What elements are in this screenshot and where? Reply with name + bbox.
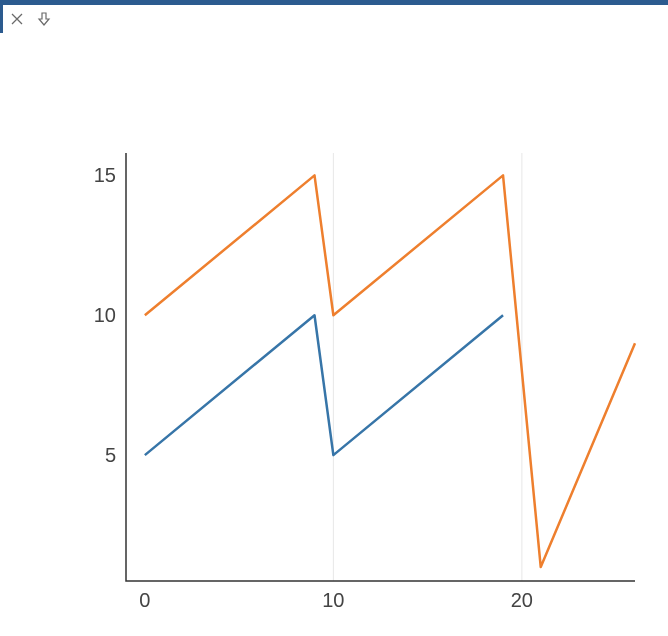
chart: 5101501020 <box>0 33 668 636</box>
y-tick-label: 15 <box>94 164 116 186</box>
y-tick-label: 10 <box>94 304 116 326</box>
chart-svg: 5101501020 <box>0 33 668 636</box>
x-tick-label: 0 <box>139 589 150 611</box>
series-series-b <box>145 175 635 567</box>
x-tick-label: 20 <box>511 589 533 611</box>
x-tick-label: 10 <box>322 589 344 611</box>
download-icon[interactable] <box>36 11 52 27</box>
series-series-a <box>145 315 503 455</box>
toolbar <box>0 5 668 33</box>
axes <box>126 153 635 581</box>
y-tick-label: 5 <box>105 444 116 466</box>
close-icon[interactable] <box>10 12 24 26</box>
